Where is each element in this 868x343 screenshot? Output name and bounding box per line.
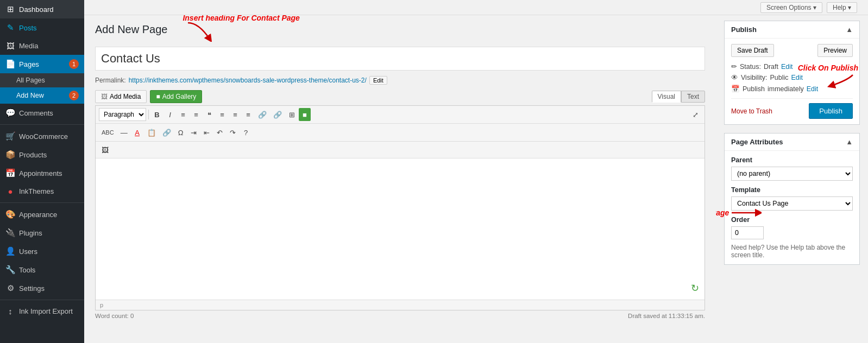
add-gallery-button[interactable]: ■ Add Gallery: [150, 90, 202, 103]
appearance-icon: 🎨: [5, 209, 15, 219]
italic-button[interactable]: I: [164, 108, 176, 121]
tinymce-toolbar3: 🖼: [96, 142, 705, 158]
sidebar-item-all-pages[interactable]: All Pages: [0, 73, 84, 87]
indent-button[interactable]: ⇥: [188, 126, 200, 139]
editor-panel: Add New Page Insert heading For Contact …: [84, 15, 716, 343]
align-center-button[interactable]: ≡: [229, 108, 241, 121]
page-attributes-header: Page Attributes ▲: [725, 134, 859, 151]
sidebar-item-tools[interactable]: 🔧 Tools: [0, 261, 84, 279]
align-right-button[interactable]: ≡: [242, 108, 254, 121]
tinymce-path: p: [100, 302, 103, 308]
page-attributes-collapse-arrow[interactable]: ▲: [846, 138, 853, 146]
text-tab[interactable]: Text: [681, 91, 705, 103]
sidebar-item-plugins[interactable]: 🔌 Plugins: [0, 224, 84, 242]
tinymce-toolbar2: ABC — A 📋 🔗 Ω ⇥ ⇤ ↶ ↷ ?: [96, 124, 705, 142]
publish-collapse-arrow[interactable]: ▲: [846, 26, 853, 34]
sidebar-item-inkthemes[interactable]: ● InkThemes: [0, 182, 84, 200]
tinymce-wrapper: Paragraph Heading 1 Heading 2 B I ≡ ≡ ❝ …: [95, 105, 705, 310]
bold-button[interactable]: B: [151, 108, 163, 121]
horizontal-rule-button[interactable]: —: [118, 126, 130, 139]
posts-icon: ✎: [5, 23, 15, 33]
sidebar-item-pages[interactable]: 📄 Pages 1: [0, 55, 84, 73]
sidebar-item-woocommerce[interactable]: 🛒 WooCommerce: [0, 127, 84, 145]
green-square-button[interactable]: ■: [299, 108, 311, 121]
sidebar-item-appointments[interactable]: 📅 Appointments: [0, 164, 84, 182]
paste-text-button[interactable]: 📋: [144, 126, 159, 139]
redo-button[interactable]: ↷: [227, 126, 239, 139]
screen-options-label: Screen Options: [766, 4, 812, 11]
custom-chars-button[interactable]: 🔗: [160, 126, 174, 139]
sidebar-item-label: Tools: [19, 266, 35, 274]
permalink-label: Permalink:: [95, 77, 126, 84]
content-area: Add New Page Insert heading For Contact …: [84, 15, 868, 343]
sidebar-item-products[interactable]: 📦 Products: [0, 145, 84, 164]
sidebar-item-add-new[interactable]: Add New 2: [0, 87, 84, 104]
permalink-row: Permalink: https://inkthemes.com/wptheme…: [95, 76, 705, 85]
visibility-edit-link[interactable]: Edit: [791, 74, 803, 81]
sidebar-item-settings[interactable]: ⚙ Settings: [0, 279, 84, 297]
sidebar-item-posts[interactable]: ✎ Posts: [0, 18, 84, 37]
paragraph-select[interactable]: Paragraph Heading 1 Heading 2: [99, 108, 146, 121]
status-value: Draft: [764, 63, 778, 71]
help-icon-button[interactable]: ?: [240, 126, 252, 139]
unordered-list-button[interactable]: ≡: [177, 108, 189, 121]
sidebar-item-users[interactable]: 👤 Users: [0, 242, 84, 261]
link-button[interactable]: 🔗: [255, 108, 269, 121]
publish-button[interactable]: Publish: [809, 103, 853, 119]
preview-button[interactable]: Preview: [817, 44, 853, 57]
sidebar-item-label: Posts: [19, 24, 37, 32]
word-count-bar: Word count: 0 Draft saved at 11:33:15 am…: [95, 313, 705, 319]
status-icon: ✏: [731, 62, 737, 71]
page-title-input[interactable]: [95, 47, 705, 71]
add-gallery-label: Add Gallery: [162, 93, 197, 100]
sidebar-item-label: Products: [19, 151, 47, 159]
annotation-template-label: Select Contact Us Page: [716, 208, 729, 217]
order-input[interactable]: [731, 226, 764, 239]
status-edit-link[interactable]: Edit: [781, 63, 793, 71]
status-row: ✏ Status: Draft Edit: [731, 62, 853, 71]
comments-icon: 💬: [5, 108, 15, 118]
tinymce-body[interactable]: ↻: [96, 158, 705, 300]
align-left-button[interactable]: ≡: [216, 108, 228, 121]
media-icon: 🖼: [5, 41, 15, 50]
publish-title: Publish: [731, 26, 757, 34]
plugins-icon: 🔌: [5, 228, 15, 238]
add-media-button[interactable]: 🖼 Add Media: [95, 90, 147, 103]
sidebar-item-label: WooCommerce: [19, 132, 68, 141]
ordered-list-button[interactable]: ≡: [190, 108, 202, 121]
title-row: [95, 47, 705, 71]
save-draft-button[interactable]: Save Draft: [731, 44, 774, 57]
insert-button[interactable]: ⊞: [286, 108, 298, 121]
sidebar-item-appearance[interactable]: 🎨 Appearance: [0, 205, 84, 224]
blockquote-button[interactable]: ❝: [203, 108, 215, 121]
sidebar-item-label: Users: [19, 247, 37, 256]
sidebar-item-ink-import-export[interactable]: ↕ Ink Import Export: [0, 302, 84, 320]
template-select[interactable]: Default Template Contact Us Page Full Wi…: [731, 196, 853, 211]
permalink-edit-button[interactable]: Edit: [369, 76, 387, 85]
screen-options-button[interactable]: Screen Options ▾: [760, 2, 822, 13]
visibility-label: Visibility:: [741, 74, 767, 81]
move-to-trash-link[interactable]: Move to Trash: [731, 107, 772, 115]
omega-button[interactable]: Ω: [175, 126, 187, 139]
outdent-button[interactable]: ⇤: [201, 126, 213, 139]
font-color-button[interactable]: A: [131, 126, 143, 139]
refresh-icon[interactable]: ↻: [691, 282, 699, 294]
page-attributes-metabox: Page Attributes ▲ Parent (no parent) Tem…: [724, 133, 860, 265]
sidebar-item-media[interactable]: 🖼 Media: [0, 37, 84, 55]
sidebar-item-dashboard[interactable]: ⊞ Dashboard: [0, 0, 84, 18]
add-new-label: Add New: [16, 92, 44, 99]
sidebar: ⊞ Dashboard ✎ Posts 🖼 Media 📄 Pages 1 Al…: [0, 0, 84, 343]
fullscreen-button[interactable]: ⤢: [689, 108, 701, 121]
parent-select[interactable]: (no parent): [731, 167, 853, 181]
visual-tab[interactable]: Visual: [652, 91, 681, 103]
unlink-button[interactable]: 🔗: [271, 108, 285, 121]
undo-button[interactable]: ↶: [214, 126, 226, 139]
help-button[interactable]: Help ▾: [827, 2, 857, 13]
sidebar-item-comments[interactable]: 💬 Comments: [0, 104, 84, 122]
tools-icon: 🔧: [5, 265, 15, 275]
help-text: Need help? Use the Help tab above the sc…: [731, 244, 853, 259]
publish-time-edit-link[interactable]: Edit: [807, 85, 819, 93]
strikethrough-button[interactable]: ABC: [99, 126, 117, 139]
image-button[interactable]: 🖼: [99, 143, 111, 156]
permalink-url[interactable]: https://inkthemes.com/wpthemes/snowboard…: [129, 77, 367, 84]
